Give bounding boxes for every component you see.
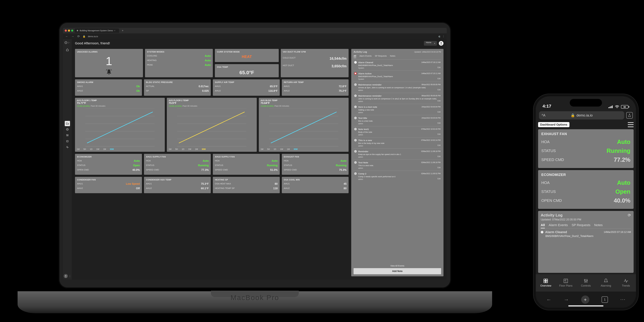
card-ahu2-supply[interactable]: AHU2 SUPPLY FANHOAAutoSTATUSRunningSPEED…: [213, 154, 280, 175]
rail-activity-icon[interactable]: [65, 144, 70, 150]
chart-card[interactable]: AVG FLOOR 2 TEMP 73.5°F +0.031 (0.04%)Pa…: [167, 98, 256, 152]
activity-event-row[interactable]: Maintenance reminder 06Apr2022 05:05:05 …: [354, 82, 441, 93]
card-system-modes[interactable]: SYSTEM MODES COOLINGAutoHEATINGAutoPEAKA…: [145, 49, 213, 77]
time-range-tab[interactable]: 1M: [77, 148, 80, 150]
time-range-tab[interactable]: 1D: [182, 148, 184, 150]
activity-event-row[interactable]: Comp 2 02Mar2022 11:05:52 PM Comp 2 need…: [354, 171, 441, 182]
mobile-card-economizer[interactable]: ECONOMIZER HOAAutoSTATUSOpenOPEN CMD40.0…: [538, 170, 634, 209]
nav-overview[interactable]: Overview: [536, 274, 556, 292]
activity-event-row[interactable]: Reminder 02Mar2022 11:06:18 PM Keep an e…: [354, 148, 441, 160]
time-range-tab[interactable]: 1D: [274, 148, 276, 150]
mobile-event-row[interactable]: Alarm Cleared 14Mar2023 07:16:12 AM BMS/…: [541, 228, 631, 239]
safari-url-field[interactable]: ᴬA 🔒 demo.ia.io: [539, 111, 624, 119]
mobile-activity-tab[interactable]: All: [541, 223, 545, 228]
rail-expand-icon[interactable]: |→: [68, 41, 70, 44]
activity-event-row[interactable]: Test Note 02Mar2022 11:06:18 PM This is …: [354, 160, 441, 171]
add-note-button[interactable]: Add Note: [354, 268, 441, 274]
rail-bug-icon[interactable]: [65, 138, 70, 144]
page-select[interactable]: Home: [424, 41, 437, 45]
home-indicator[interactable]: [568, 305, 604, 307]
url-display[interactable]: demo.ia.io: [88, 35, 436, 38]
card-unacked-alarms[interactable]: UNACKED ALARMS 1: [75, 49, 143, 77]
time-range-tab[interactable]: 1M: [168, 148, 171, 150]
chart-card[interactable]: AVG FLOOR 1 TEMP 73.77°F +0.032 (0.04%)P…: [75, 98, 165, 152]
time-range-tab[interactable]: 30M: [110, 148, 114, 150]
rail-sliders-icon[interactable]: [65, 133, 70, 138]
edit-link[interactable]: Edit: [438, 155, 440, 158]
card-vav-duct[interactable]: VAV DUCT FLOW CFM COLD DUCT16,544cfmHOT …: [281, 49, 349, 77]
card-condenser-h2o[interactable]: CONDENSER H2O TEMPAHU175.3°FAHU260.1°F: [144, 177, 211, 193]
share-icon[interactable]: [626, 112, 633, 119]
card-osa-cool-min[interactable]: OSA COOL MINAHU145AHU280: [282, 177, 349, 193]
safari-new-tab-button[interactable]: +: [581, 296, 589, 304]
nav-forward-icon[interactable]: →: [71, 35, 74, 38]
edit-link[interactable]: Edit: [438, 78, 440, 80]
time-range-tab[interactable]: 5H: [267, 148, 270, 150]
card-supply-air[interactable]: SUPPLY AIR TEMPAHU165.5°FAHU2116.8°F: [213, 79, 280, 96]
card-return-air[interactable]: RETURN AIR TEMPAHU172.8°FAHU275.2°F: [282, 79, 349, 96]
rail-folder-icon[interactable]: [65, 121, 70, 126]
time-range-tab[interactable]: 1M: [195, 148, 198, 150]
text-size-icon[interactable]: ᴬA: [542, 113, 546, 117]
time-range-tab[interactable]: 1W: [96, 148, 99, 150]
time-range-tab[interactable]: 30M: [294, 148, 298, 150]
card-exhaust-fan[interactable]: EXHAUST FANHOAAutoSTATUSRunningSPEED CMD…: [282, 154, 349, 175]
activity-tab[interactable]: SP Requests: [375, 55, 387, 58]
activity-tab[interactable]: Notes: [390, 55, 396, 58]
safari-forward-icon[interactable]: →: [564, 297, 569, 303]
time-range-tab[interactable]: 1M: [103, 148, 106, 150]
nav-controls[interactable]: Controls: [576, 274, 596, 292]
card-smoke-alarm[interactable]: SMOKE ALARMAHU1OkAHU2Ok: [75, 79, 142, 96]
edit-link[interactable]: Edit: [438, 111, 440, 114]
activity-event-row[interactable]: Alarm Active 14Mar2023 07:15:11 AM BMS/9…: [354, 70, 441, 82]
activity-event-row[interactable]: Maintenance reminder 06Apr2022 05:05:05 …: [354, 93, 441, 104]
time-range-tab[interactable]: 30M: [202, 148, 206, 150]
activity-tab[interactable]: All: [354, 55, 356, 58]
card-osa-temp[interactable]: OSA TEMP 65.0°F: [215, 64, 279, 77]
browser-menu-icon[interactable]: ⋮: [442, 35, 445, 38]
activity-event-row[interactable]: Here is a test note 24Apr2022 03:03:04 P…: [354, 104, 441, 115]
edit-link[interactable]: Edit: [438, 100, 440, 102]
hamburger-menu-icon[interactable]: [628, 122, 634, 127]
edit-link[interactable]: Edit: [438, 122, 440, 125]
rail-globe-icon[interactable]: [65, 127, 70, 132]
card-condenser-fan[interactable]: CONDENSER FANAHU1Low SpeedAHU2Off: [75, 177, 142, 193]
edit-link[interactable]: Edit: [438, 178, 440, 180]
time-range-tab[interactable]: 1W: [280, 148, 283, 150]
activity-event-row[interactable]: Note test1 07Mar2022 10:02:43 PM Body of…: [354, 126, 441, 137]
minimize-window-icon[interactable]: [68, 29, 70, 32]
nav-floor plans[interactable]: Floor Plans: [556, 274, 576, 292]
edit-link[interactable]: Edit: [438, 133, 440, 136]
mobile-card-exhaust-fan[interactable]: EXHAUST FAN HOAAutoSTATUSRunningSPEED CM…: [538, 129, 634, 168]
card-economizer[interactable]: ECONOMIZERHOAAutoSTATUSOpenOPEN CMD40.0%: [75, 154, 142, 175]
nav-alarming[interactable]: Alarming: [596, 274, 616, 292]
refresh-icon[interactable]: ⟳: [628, 213, 631, 218]
mobile-activity-tab[interactable]: Alarm Events: [549, 223, 568, 228]
card-curr-mode[interactable]: CURR SYSTEM MODE HEAT: [215, 49, 279, 62]
card-bldg-static[interactable]: BLDG STATIC PRESSUREACTUAL0.017wcSP0.025: [144, 79, 211, 96]
maximize-window-icon[interactable]: [71, 29, 73, 32]
time-range-tab[interactable]: 1D: [90, 148, 92, 150]
safari-tabs-button[interactable]: 1: [602, 296, 608, 303]
close-tab-icon[interactable]: ×: [114, 29, 115, 32]
activity-event-row[interactable]: Alarm Cleared 14Mar2023 07:16:12 AM BMS/…: [354, 59, 441, 70]
activity-event-row[interactable]: This is a new 07Mar2022 10:02:14 PM this…: [354, 137, 441, 148]
nav-reload-icon[interactable]: ⟳: [77, 34, 80, 38]
time-range-tab[interactable]: 1M: [287, 148, 290, 150]
close-window-icon[interactable]: [65, 29, 67, 32]
activity-event-row[interactable]: Test title 24Apr2022 03:03:04 PM this is…: [354, 115, 441, 126]
activity-tab[interactable]: Alarm Events: [360, 55, 372, 58]
browser-tab[interactable]: Building Management System Demo ×: [75, 28, 119, 33]
dashboard-options-chip[interactable]: Dashboard Options: [538, 122, 570, 127]
card-ahu1-supply[interactable]: AHU1 SUPPLY FANHOAAutoSTATUSRunningSPEED…: [144, 154, 211, 175]
chart-card[interactable]: AVG BLDG TEMP 73.64°F +0.029 (0.04%)Past…: [259, 98, 348, 152]
nav-back-icon[interactable]: ←: [65, 35, 68, 38]
time-range-tab[interactable]: 5H: [83, 148, 86, 150]
nav-trends[interactable]: Trends: [616, 274, 636, 292]
user-menu-icon[interactable]: ⋮: [69, 275, 71, 278]
time-range-tab[interactable]: 5H: [175, 148, 178, 150]
edit-link[interactable]: Edit: [438, 144, 440, 147]
safari-back-icon[interactable]: ←: [546, 297, 552, 303]
mobile-activity-tab[interactable]: SP Requests: [572, 223, 590, 228]
rail-home-icon[interactable]: [65, 47, 70, 52]
